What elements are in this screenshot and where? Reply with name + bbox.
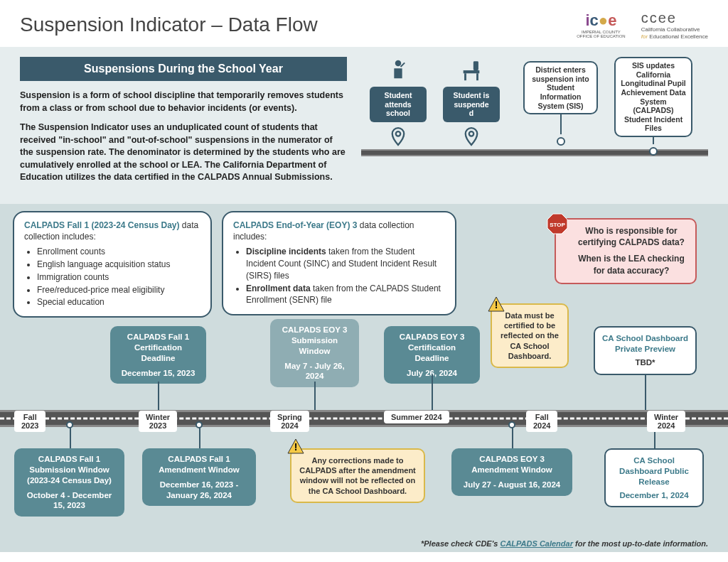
box-fall1-amend: CALPADS Fall 1 Amendment WindowDecember … bbox=[142, 448, 256, 507]
connector-line bbox=[560, 114, 562, 134]
section-timeline: CALPADS Fall 1 (2023-24 Census Day) data… bbox=[0, 204, 728, 552]
mini-step-calpads: SIS updates California Longitudinal Pupi… bbox=[614, 57, 692, 156]
mini-label: SIS updates California Longitudinal Pupi… bbox=[614, 57, 692, 137]
mini-label: Student attends school bbox=[370, 87, 427, 122]
info-fall1-list: Enrollment counts English language acqui… bbox=[37, 246, 200, 308]
box-release: CA School Dashboard Public ReleaseDecemb… bbox=[604, 448, 704, 508]
season-label: Summer 2024 bbox=[384, 411, 449, 423]
logo-icoe: ic●e IMPERIAL COUNTYOFFICE OF EDUCATION bbox=[577, 11, 626, 39]
connector-dot bbox=[508, 421, 515, 428]
intro-para-2: The Suspension Indicator uses an undupli… bbox=[20, 121, 347, 184]
mini-step-sis: District enters suspension into Student … bbox=[523, 61, 598, 146]
season-label: Winter2024 bbox=[647, 411, 685, 432]
connector-line bbox=[158, 382, 159, 410]
svg-point-1 bbox=[396, 131, 400, 136]
svg-text:!: ! bbox=[294, 441, 298, 453]
calpads-calendar-link[interactable]: CALPADS Calendar bbox=[500, 539, 572, 548]
stop-sign-icon: STOP bbox=[546, 212, 569, 235]
svg-point-6 bbox=[469, 131, 473, 136]
info-fall1: CALPADS Fall 1 (2023-24 Census Day) data… bbox=[13, 211, 212, 318]
connector-line bbox=[512, 427, 513, 448]
svg-rect-4 bbox=[476, 73, 478, 80]
logos: ic●e IMPERIAL COUNTYOFFICE OF EDUCATION … bbox=[577, 10, 708, 40]
connector-dot bbox=[66, 421, 73, 428]
alert-certify: Data must be certified to be reflected o… bbox=[491, 303, 569, 368]
mini-step-attends: Student attends school bbox=[370, 57, 427, 146]
svg-text:STOP: STOP bbox=[550, 222, 565, 228]
map-pin-icon bbox=[464, 126, 479, 146]
banner-title: Suspensions During the School Year bbox=[20, 57, 347, 81]
connector-line bbox=[70, 427, 71, 448]
connector-line bbox=[432, 374, 433, 410]
alert-corrections: Any corrections made to CALPADS after th… bbox=[290, 448, 425, 503]
svg-rect-5 bbox=[473, 61, 478, 70]
connector-dot bbox=[196, 421, 203, 428]
box-fall1-sub: CALPADS Fall 1 Submission Window (2023-2… bbox=[14, 448, 124, 517]
page-title: Suspension Indicator – Data Flow bbox=[20, 13, 318, 36]
season-label: Fall2024 bbox=[526, 411, 557, 432]
mini-timeline: Student attends school Student is suspen… bbox=[361, 57, 708, 178]
svg-text:!: ! bbox=[495, 299, 498, 310]
warning-icon: ! bbox=[488, 296, 505, 312]
connector-dot bbox=[557, 137, 565, 146]
footnote: *Please check CDE's CALPADS Calendar for… bbox=[421, 539, 708, 548]
logo-icoe-text: ic●e bbox=[585, 11, 616, 30]
mini-step-suspended: Student is suspended bbox=[443, 57, 500, 146]
stop-callout: STOP Who is responsible for certifying C… bbox=[555, 218, 697, 284]
season-label: Spring2024 bbox=[270, 411, 309, 432]
logo-ccee-sub: California Collaborativefor Educational … bbox=[641, 26, 708, 40]
map-pin-icon bbox=[390, 126, 406, 146]
season-label: Winter2023 bbox=[139, 411, 177, 432]
svg-rect-2 bbox=[464, 70, 480, 73]
box-eoy3-amend: CALPADS EOY 3 Amendment WindowJuly 27 - … bbox=[451, 448, 572, 496]
info-eoy3: CALPADS End-of-Year (EOY) 3 data collect… bbox=[222, 211, 456, 316]
logo-icoe-sub: IMPERIAL COUNTYOFFICE OF EDUCATION bbox=[577, 30, 626, 39]
connector-dot bbox=[649, 147, 658, 156]
desk-icon bbox=[458, 57, 485, 84]
connector-line bbox=[645, 374, 646, 410]
header: Suspension Indicator – Data Flow ic●e IM… bbox=[0, 0, 728, 47]
intro-para-1: Suspension is a form of school disciplin… bbox=[20, 90, 347, 114]
info-eoy3-list: Discipline incidents taken from the Stud… bbox=[246, 246, 445, 306]
box-eoy3-window: CALPADS EOY 3 Submission WindowMay 7 - J… bbox=[270, 319, 359, 388]
box-preview: CA School Dashboard Private PreviewTBD* bbox=[594, 326, 697, 375]
logo-ccee: ccee California Collaborativefor Educati… bbox=[641, 10, 708, 40]
connector-line bbox=[314, 382, 316, 410]
svg-point-0 bbox=[395, 60, 402, 67]
mini-label: Student is suspended bbox=[443, 87, 500, 122]
warning-icon: ! bbox=[287, 438, 304, 454]
logo-ccee-text: ccee bbox=[641, 10, 708, 26]
timeline-road bbox=[0, 410, 728, 427]
box-fall1-cert: CALPADS Fall 1 Certification DeadlineDec… bbox=[110, 326, 206, 384]
mini-label: District enters suspension into Student … bbox=[523, 61, 598, 114]
section-intro: Suspensions During the School Year Suspe… bbox=[0, 47, 728, 204]
connector-line bbox=[199, 427, 200, 448]
student-icon bbox=[385, 57, 412, 84]
svg-rect-3 bbox=[464, 73, 466, 80]
season-label: Fall2023 bbox=[14, 411, 46, 432]
connector-line bbox=[653, 137, 654, 144]
